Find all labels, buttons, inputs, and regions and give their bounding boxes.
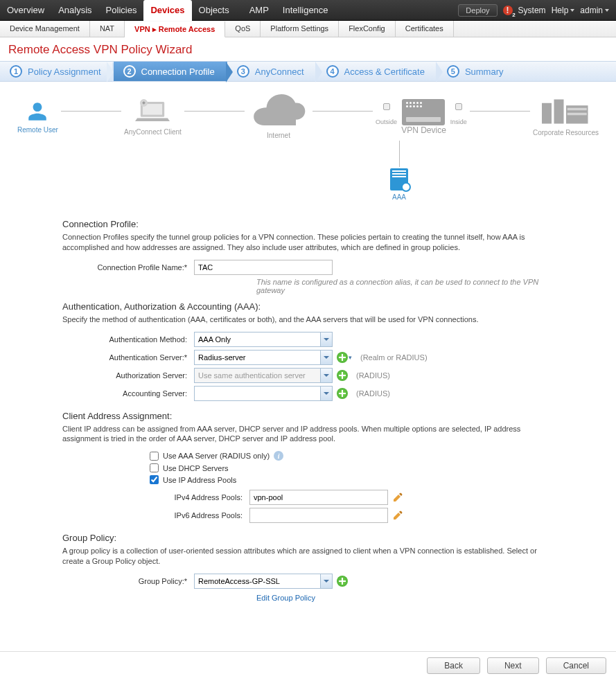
info-icon[interactable]: i [274, 451, 283, 461]
step-access-certificate[interactable]: 4Access & Certificate [317, 62, 437, 81]
deploy-button[interactable]: Deploy [458, 4, 497, 17]
svg-rect-3 [542, 103, 552, 124]
tab-platform-settings[interactable]: Platform Settings [261, 21, 339, 37]
menu-objects[interactable]: Objects [192, 0, 236, 21]
use-pools-checkbox[interactable] [150, 475, 159, 484]
chevron-down-icon[interactable] [320, 574, 333, 589]
use-aaa-checkbox[interactable] [150, 452, 159, 461]
connection-profile-name-label: Connection Profile Name:* [62, 263, 194, 272]
authz-server-value[interactable] [194, 368, 333, 383]
authz-hint: (RADIUS) [356, 371, 390, 380]
chevron-down-icon[interactable] [320, 386, 333, 401]
wizard-footer: Back Next Cancel [0, 651, 616, 680]
topology-diagram: Remote User AnyConnect Client Internet O… [0, 82, 616, 208]
servers-icon [542, 97, 590, 126]
tab-nat[interactable]: NAT [90, 21, 125, 37]
node-internet: Internet [247, 94, 310, 139]
authz-server-dropdown[interactable] [194, 368, 333, 383]
step-policy-assignment[interactable]: 1Policy Assignment [0, 62, 114, 81]
step-anyconnect[interactable]: 3AnyConnect [227, 62, 317, 81]
connector-line [399, 141, 400, 167]
step-summary[interactable]: 5Summary [437, 62, 516, 81]
port-inside-icon [455, 103, 462, 110]
auth-server-value[interactable] [194, 350, 333, 365]
sub-tabs: Device Management NAT VPN ▸ Remote Acces… [0, 21, 616, 37]
node-vpn-device: Outside VPN Device Inside [376, 99, 467, 135]
cloud-icon [247, 94, 310, 129]
firewall-icon [402, 99, 445, 125]
user-menu[interactable]: admin [580, 6, 609, 15]
chevron-down-icon[interactable] [320, 368, 333, 383]
topbar-right: Deploy ! System Help admin [458, 0, 616, 20]
menu-devices[interactable]: Devices [143, 0, 191, 21]
section-group-policy: Group Policy: [62, 533, 554, 543]
laptop-icon [135, 98, 170, 125]
use-aaa-label: Use AAA Server (RADIUS only) [163, 452, 270, 460]
group-policy-dropdown[interactable] [194, 574, 333, 589]
auth-server-dropdown[interactable] [194, 350, 333, 365]
aaa-label: AAA [378, 193, 421, 201]
acct-server-label: Accounting Server: [62, 389, 194, 398]
menu-overview[interactable]: Overview [0, 0, 51, 21]
acct-server-value[interactable] [194, 386, 333, 401]
group-policy-desc: A group policy is a collection of user-o… [62, 546, 554, 567]
authz-server-label: Authorization Server: [62, 371, 194, 380]
group-policy-value[interactable] [194, 574, 333, 589]
connection-profile-note: This name is configured as a connection … [256, 278, 554, 294]
ipv4-pools-input[interactable] [249, 490, 388, 505]
wizard-steps: 1Policy Assignment 2Connection Profile 3… [0, 61, 616, 82]
use-pools-label: Use IP Address Pools [163, 476, 236, 484]
chevron-down-icon[interactable] [320, 350, 333, 365]
connection-profile-name-input[interactable] [194, 260, 333, 275]
tab-qos[interactable]: QoS [225, 21, 261, 37]
port-outside-icon [383, 103, 390, 110]
node-remote-user: Remote User [17, 100, 58, 134]
next-button[interactable]: Next [487, 657, 539, 674]
menu-analysis[interactable]: Analysis [51, 0, 98, 21]
chevron-down-icon [605, 9, 609, 12]
tab-device-management[interactable]: Device Management [0, 21, 90, 37]
client-address-desc: Client IP address can be assigned from A… [62, 424, 554, 445]
add-authz-server-button[interactable] [337, 370, 348, 381]
group-policy-label: Group Policy:* [62, 577, 194, 585]
aaa-server-icon [390, 168, 408, 190]
connection-profile-desc: Connection Profiles specify the tunnel g… [62, 232, 554, 253]
step-connection-profile[interactable]: 2Connection Profile [114, 62, 227, 81]
node-corporate-resources: Corporate Resources [533, 97, 599, 136]
svg-rect-7 [567, 113, 586, 116]
edit-ipv6-pools-button[interactable] [392, 510, 403, 521]
tab-certificates[interactable]: Certificates [396, 21, 454, 37]
add-acct-server-button[interactable] [337, 388, 348, 399]
edit-ipv4-pools-button[interactable] [392, 492, 403, 503]
aaa-desc: Specify the method of authentication (AA… [62, 314, 554, 325]
tab-flexconfig[interactable]: FlexConfig [339, 21, 396, 37]
ipv6-pools-input[interactable] [249, 508, 388, 523]
svg-rect-4 [554, 100, 563, 124]
chevron-down-icon[interactable] [320, 332, 333, 347]
add-auth-server-button[interactable] [337, 352, 348, 363]
tab-vpn-remote-access[interactable]: VPN ▸ Remote Access [125, 21, 225, 37]
section-connection-profile: Connection Profile: [62, 219, 554, 229]
help-link[interactable]: Help [552, 6, 575, 15]
menu-intelligence[interactable]: Intelligence [276, 0, 335, 21]
system-link[interactable]: System [518, 6, 546, 15]
cancel-button[interactable]: Cancel [546, 657, 606, 674]
acct-server-dropdown[interactable] [194, 386, 333, 401]
auth-method-dropdown[interactable] [194, 332, 333, 347]
alert-icon[interactable]: ! [503, 6, 513, 15]
section-client-address: Client Address Assignment: [62, 411, 554, 421]
menu-amp[interactable]: AMP [243, 0, 276, 21]
auth-server-hint: (Realm or RADIUS) [360, 353, 428, 362]
svg-rect-6 [567, 108, 586, 111]
auth-server-label: Authentication Server:* [62, 353, 194, 362]
chevron-down-icon[interactable]: ▾ [349, 354, 352, 361]
menu-policies[interactable]: Policies [99, 0, 144, 21]
add-group-policy-button[interactable] [337, 576, 348, 587]
top-navbar: Overview Analysis Policies Devices Objec… [0, 0, 616, 21]
user-icon [26, 100, 49, 123]
back-button[interactable]: Back [427, 657, 480, 674]
edit-group-policy-link[interactable]: Edit Group Policy [256, 594, 315, 602]
auth-method-value[interactable] [194, 332, 333, 347]
page-title: Remote Access VPN Policy Wizard [0, 37, 616, 61]
use-dhcp-checkbox[interactable] [150, 463, 159, 472]
